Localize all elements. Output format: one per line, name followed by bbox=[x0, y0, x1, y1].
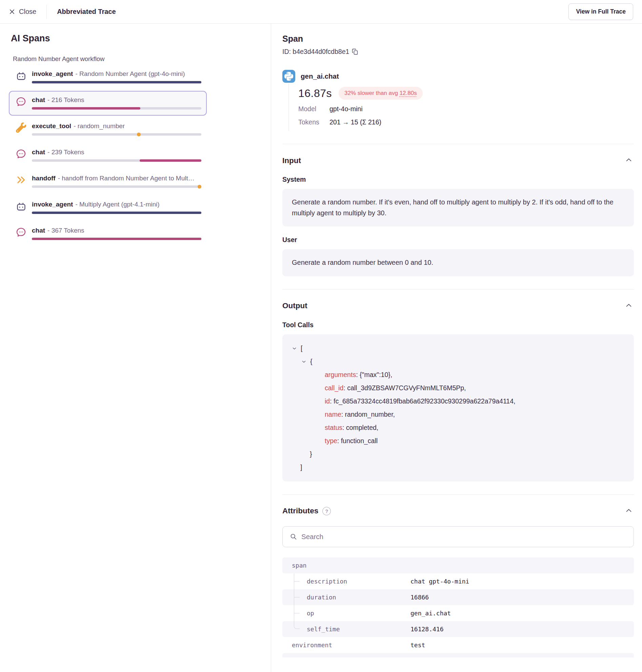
user-label: User bbox=[282, 236, 634, 244]
input-collapse-button[interactable] bbox=[624, 155, 634, 166]
span-heading: Span bbox=[282, 34, 634, 44]
workflow-label: Random Number Agent workflow bbox=[13, 55, 271, 63]
json-key: id bbox=[325, 397, 330, 405]
span-duration-bar bbox=[32, 238, 201, 240]
span-description: - 367 Tokens bbox=[48, 227, 84, 234]
slower-than-avg-badge: 32% slower than avg 12.80s bbox=[339, 87, 423, 100]
tree-branch-icon bbox=[294, 573, 307, 589]
span-row-invoke-agent-multiply[interactable]: invoke_agent- Multiply Agent (gpt-4.1-mi… bbox=[9, 195, 207, 220]
python-icon bbox=[282, 70, 295, 83]
help-icon[interactable]: ? bbox=[322, 507, 331, 515]
system-message: Generate a random number. If it's even, … bbox=[282, 189, 634, 227]
wrench-icon bbox=[14, 123, 28, 136]
span-op: chat bbox=[32, 149, 45, 156]
json-key: type bbox=[325, 437, 337, 444]
attribute-key: self_time bbox=[307, 625, 340, 633]
search-icon bbox=[290, 533, 297, 540]
span-id-value: ID: b4e3d44d0fcdb8e1 bbox=[282, 48, 349, 55]
span-row-execute-tool[interactable]: execute_tool- random_number bbox=[9, 117, 207, 142]
input-section-heading: Input bbox=[282, 156, 301, 165]
json-key: call_id bbox=[325, 384, 343, 392]
chevron-up-icon bbox=[625, 302, 632, 309]
json-value: : function_call bbox=[337, 437, 377, 444]
span-row-chat-367[interactable]: chat- 367 Tokens bbox=[9, 221, 207, 246]
span-op-title: gen_ai.chat bbox=[301, 72, 339, 80]
output-section-heading: Output bbox=[282, 301, 307, 310]
robot-icon bbox=[14, 201, 28, 214]
search-input[interactable] bbox=[301, 533, 626, 541]
tool-calls-json: [ { arguments: {"max":10}, call_id: call… bbox=[282, 334, 634, 481]
json-expand-icon[interactable] bbox=[301, 359, 306, 364]
system-label: System bbox=[282, 176, 634, 183]
json-key: status bbox=[325, 424, 342, 431]
span-op: invoke_agent bbox=[32, 70, 73, 77]
attribute-row-span: span bbox=[282, 557, 634, 573]
output-collapse-button[interactable] bbox=[624, 301, 634, 312]
handoff-chevrons-icon bbox=[14, 175, 28, 188]
span-row-invoke-agent[interactable]: invoke_agent- Random Number Agent (gpt-4… bbox=[9, 65, 207, 89]
attribute-value: 16128.416 bbox=[410, 625, 444, 633]
span-duration-bar bbox=[32, 212, 201, 214]
model-value: gpt-4o-mini bbox=[330, 105, 363, 113]
close-button[interactable]: Close bbox=[9, 8, 36, 16]
ai-spans-heading: AI Spans bbox=[11, 33, 271, 44]
model-label: Model bbox=[298, 105, 330, 113]
attribute-key: environment bbox=[292, 642, 332, 649]
span-row-chat-216[interactable]: chat- 216 Tokens bbox=[9, 91, 207, 116]
attribute-row-environment: environment test bbox=[282, 637, 634, 653]
json-value: : call_3d9ZBSAW7CGVyFNmMLT6M5Pp, bbox=[343, 384, 466, 392]
robot-icon bbox=[14, 70, 28, 84]
page-title: Abbreviated Trace bbox=[57, 8, 116, 16]
section-divider bbox=[282, 494, 634, 495]
tool-calls-label: Tool Calls bbox=[282, 321, 634, 329]
attribute-key: description bbox=[307, 578, 347, 585]
json-expand-icon[interactable] bbox=[292, 346, 297, 351]
json-value: : fc_685a73324cc4819fbab6a62f92330c93029… bbox=[330, 397, 515, 405]
span-op: invoke_agent bbox=[32, 201, 73, 208]
view-in-full-trace-button[interactable]: View in Full Trace bbox=[568, 3, 633, 20]
attribute-value: gen_ai.chat bbox=[410, 610, 451, 617]
span-description: - 239 Tokens bbox=[48, 149, 84, 156]
attribute-key: op bbox=[307, 610, 314, 617]
tree-branch-end-icon bbox=[294, 621, 307, 637]
section-divider bbox=[282, 289, 634, 290]
attributes-collapse-button[interactable] bbox=[624, 506, 634, 517]
chat-bubble-icon bbox=[14, 227, 28, 240]
span-description: - Random Number Agent (gpt-4o-mini) bbox=[75, 70, 185, 77]
span-op: execute_tool bbox=[32, 123, 71, 129]
ai-spans-panel: AI Spans Random Number Agent workflow in… bbox=[0, 24, 271, 672]
json-value: : completed, bbox=[342, 424, 378, 431]
topbar-divider bbox=[47, 5, 47, 19]
span-row-chat-239[interactable]: chat- 239 Tokens bbox=[9, 143, 207, 168]
chevron-up-icon bbox=[625, 507, 632, 514]
attribute-key: span bbox=[292, 562, 306, 569]
attributes-table: span description chat gpt-4o-mini durati… bbox=[282, 557, 634, 657]
chat-bubble-icon bbox=[14, 96, 28, 110]
close-label: Close bbox=[19, 8, 36, 16]
section-divider bbox=[282, 144, 634, 144]
attribute-row-op: op gen_ai.chat bbox=[282, 605, 634, 621]
attribute-row-description: description chat gpt-4o-mini bbox=[282, 573, 634, 589]
chat-bubble-icon bbox=[14, 149, 28, 162]
tokens-label: Tokens bbox=[298, 118, 330, 126]
json-value: : random_number, bbox=[341, 410, 395, 418]
attribute-key: duration bbox=[307, 594, 336, 601]
attribute-row-clipped bbox=[282, 653, 634, 657]
attribute-row-self-time: self_time 16128.416 bbox=[282, 621, 634, 637]
span-row-handoff[interactable]: handoff- handoff from Random Number Agen… bbox=[9, 169, 207, 194]
attributes-section-heading: Attributes bbox=[282, 507, 318, 515]
tree-branch-icon bbox=[294, 589, 307, 605]
span-duration-bar bbox=[32, 186, 201, 188]
avg-duration-link[interactable]: 12.80s bbox=[400, 90, 417, 96]
json-key: name bbox=[325, 410, 341, 418]
copy-icon[interactable] bbox=[351, 48, 359, 55]
chevron-up-icon bbox=[625, 156, 632, 164]
span-detail-panel: Span ID: b4e3d44d0fcdb8e1 gen_ai.chat 16… bbox=[271, 24, 642, 672]
attribute-value: test bbox=[410, 642, 425, 649]
span-duration-bar bbox=[32, 159, 201, 162]
span-op: chat bbox=[32, 96, 45, 103]
span-duration: 16.87s bbox=[298, 87, 332, 100]
span-description: - 216 Tokens bbox=[48, 96, 84, 103]
span-duration-bar bbox=[32, 133, 201, 136]
attributes-search[interactable] bbox=[282, 526, 634, 547]
